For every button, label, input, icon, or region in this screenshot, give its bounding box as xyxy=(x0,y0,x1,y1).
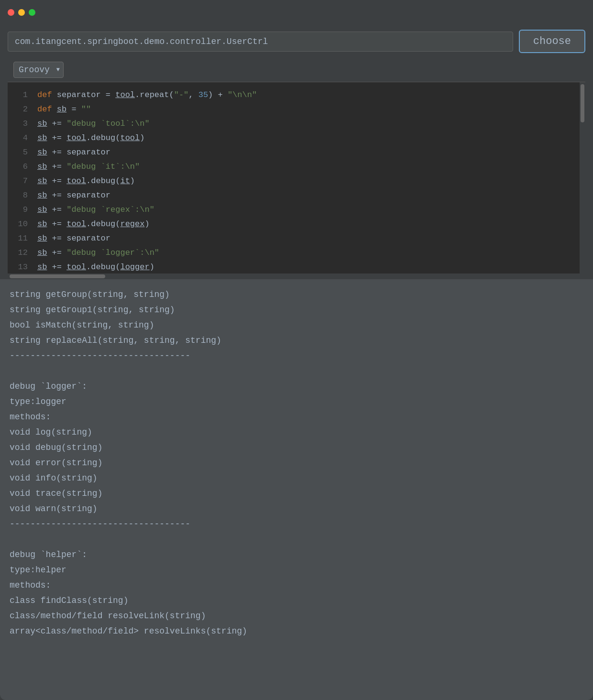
code-line-3: sb += "debug `tool`:\n" xyxy=(33,117,580,131)
language-select-wrapper[interactable]: Groovy Java Kotlin Python xyxy=(13,62,64,78)
language-select[interactable]: Groovy Java Kotlin Python xyxy=(13,62,64,78)
code-line-1: def separator = tool.repeat("-", 35) + "… xyxy=(33,88,580,102)
window-controls xyxy=(8,9,35,16)
code-line-11: sb += separator xyxy=(33,231,580,246)
code-line-5: sb += separator xyxy=(33,145,580,160)
top-bar: choose xyxy=(0,25,593,58)
code-line-6: sb += "debug `it`:\n" xyxy=(33,160,580,174)
close-button[interactable] xyxy=(8,9,14,16)
choose-button[interactable]: choose xyxy=(519,30,585,53)
code-line-12: sb += "debug `logger`:\n" xyxy=(33,246,580,260)
editor-horizontal-thumb[interactable] xyxy=(10,274,105,278)
code-line-10: sb += tool.debug(regex) xyxy=(33,217,580,231)
editor-scroll-thumb[interactable] xyxy=(581,84,584,122)
editor-toolbar: Groovy Java Kotlin Python xyxy=(8,58,585,82)
line-numbers: 1 2 3 4 5 6 7 8 9 10 11 12 13 xyxy=(8,82,33,273)
title-bar xyxy=(0,0,593,25)
main-window: choose Groovy Java Kotlin Python 1 2 3 4… xyxy=(0,0,593,700)
maximize-button[interactable] xyxy=(29,9,35,16)
class-input[interactable] xyxy=(8,32,513,52)
output-text: string getGroup(string, string) string g… xyxy=(10,287,583,639)
minimize-button[interactable] xyxy=(18,9,25,16)
code-line-4: sb += tool.debug(tool) xyxy=(33,131,580,145)
code-line-7: sb += tool.debug(it) xyxy=(33,174,580,188)
code-line-8: sb += separator xyxy=(33,188,580,203)
editor-bottom-scrollbar[interactable] xyxy=(8,273,585,279)
code-line-2: def sb = "" xyxy=(33,102,580,117)
output-section[interactable]: string getGroup(string, string) string g… xyxy=(0,279,593,700)
editor-section: Groovy Java Kotlin Python 1 2 3 4 5 6 7 … xyxy=(8,58,585,279)
code-content[interactable]: def separator = tool.repeat("-", 35) + "… xyxy=(33,82,580,273)
code-line-13: sb += tool.debug(logger) xyxy=(33,260,580,273)
code-line-9: sb += "debug `regex`:\n" xyxy=(33,203,580,217)
code-area[interactable]: 1 2 3 4 5 6 7 8 9 10 11 12 13 def separa… xyxy=(8,82,585,273)
editor-scrollbar[interactable] xyxy=(580,82,585,273)
